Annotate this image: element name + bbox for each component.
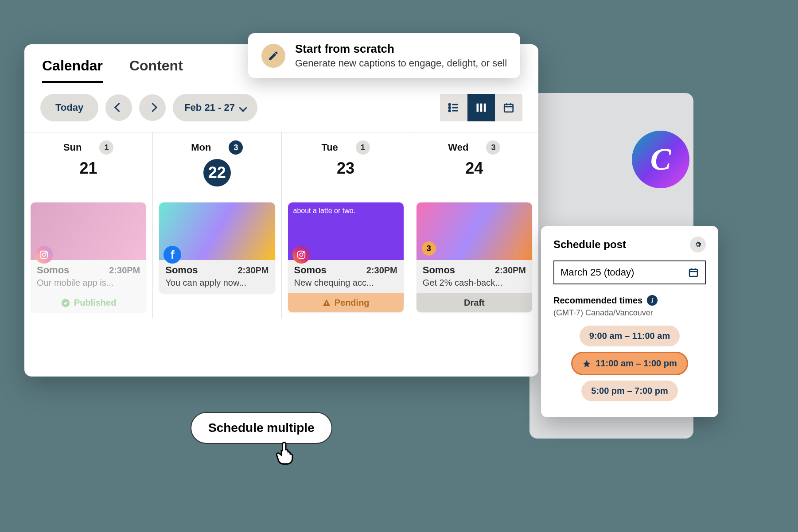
chevron-down-icon (240, 102, 246, 113)
post-count-badge: 3 (422, 241, 436, 256)
instagram-icon (292, 246, 310, 264)
recommended-label: Recommended times (553, 295, 642, 306)
warning-icon (322, 299, 331, 307)
post-thumbnail: f (159, 202, 275, 260)
schedule-post-title: Schedule post (553, 238, 626, 251)
post-account: Somos (294, 264, 327, 276)
svg-rect-22 (689, 269, 697, 276)
post-card-published[interactable]: Somos2:30PM Our mobile app is... Publish… (31, 202, 146, 312)
calendar-icon (688, 267, 699, 278)
post-thumbnail: about a latte or two. (288, 202, 404, 260)
post-text: You can apply now... (165, 278, 269, 288)
day-count-badge: 1 (99, 140, 113, 155)
time-slot-best[interactable]: 11:00 am – 1:00 pm (571, 352, 688, 375)
svg-rect-8 (484, 104, 486, 112)
date-range-button[interactable]: Feb 21 - 27 (173, 94, 257, 121)
day-count-badge: 3 (229, 140, 243, 155)
post-time: 2:30PM (237, 265, 269, 276)
post-thumbnail (31, 202, 146, 260)
date-value: March 25 (today) (561, 267, 634, 278)
time-slot[interactable]: 5:00 pm – 7:00 pm (581, 381, 677, 401)
day-count-badge: 1 (356, 140, 370, 155)
instagram-icon (35, 246, 53, 264)
svg-point-14 (42, 253, 45, 256)
day-name: Sun (63, 142, 82, 153)
post-text: New chequing acc... (294, 278, 397, 288)
svg-rect-9 (504, 104, 513, 112)
tab-content[interactable]: Content (129, 58, 183, 83)
view-columns-button[interactable] (467, 94, 495, 121)
date-range-label: Feb 21 - 27 (184, 102, 235, 113)
day-col-sun[interactable]: Sun1 21 (24, 132, 153, 196)
status-label: Draft (464, 298, 485, 308)
scratch-subtitle: Generate new captions to engage, delight… (295, 58, 507, 69)
svg-point-19 (303, 252, 304, 253)
view-calendar-button[interactable] (495, 94, 522, 121)
day-col-wed[interactable]: Wed3 24 (410, 132, 538, 196)
status-draft: Draft (417, 293, 532, 312)
post-card-draft[interactable]: 3 Somos2:30PM Get 2% cash-back... Draft (417, 202, 532, 312)
post-account: Somos (165, 264, 198, 276)
card-slot: f Somos2:30PM You can apply now... (153, 196, 281, 318)
pointer-cursor-icon (272, 439, 299, 465)
svg-point-4 (449, 110, 451, 112)
post-text: Get 2% cash-back... (423, 278, 526, 288)
post-account: Somos (37, 264, 69, 276)
svg-rect-7 (480, 104, 483, 112)
schedule-multiple-button[interactable]: Schedule multiple (191, 412, 332, 444)
day-headers: Sun1 21 Mon3 22 Tue1 23 Wed3 24 (24, 132, 538, 196)
status-label: Published (74, 298, 117, 308)
post-card[interactable]: f Somos2:30PM You can apply now... (159, 202, 275, 293)
check-icon (61, 298, 70, 308)
day-name: Mon (191, 142, 211, 153)
pencil-icon (261, 44, 285, 68)
post-card-pending[interactable]: about a latte or two. Somos2:30PM New ch… (288, 202, 404, 312)
post-text: Our mobile app is... (37, 278, 140, 288)
day-number: 24 (465, 159, 483, 178)
gear-icon (693, 240, 702, 249)
svg-point-18 (300, 253, 303, 256)
prev-button[interactable] (105, 94, 132, 121)
list-icon (448, 101, 460, 114)
post-image-caption: about a latte or two. (293, 207, 356, 215)
card-slot: about a latte or two. Somos2:30PM New ch… (282, 196, 410, 318)
start-from-scratch-card[interactable]: Start from scratch Generate new captions… (248, 33, 520, 78)
timezone-label: (GMT-7) Canada/Vancouver (553, 308, 706, 318)
calendar-icon (503, 102, 514, 113)
time-slot-label: 11:00 am – 1:00 pm (596, 358, 677, 369)
card-slot: 3 Somos2:30PM Get 2% cash-back... Draft (410, 196, 538, 318)
day-count-badge: 3 (486, 140, 500, 155)
status-label: Pending (335, 298, 370, 308)
date-picker[interactable]: March 25 (today) (553, 260, 706, 284)
view-list-button[interactable] (440, 94, 467, 121)
day-name: Tue (321, 142, 338, 153)
next-button[interactable] (139, 94, 166, 121)
day-number: 23 (337, 159, 354, 178)
svg-rect-21 (326, 304, 327, 305)
post-time: 2:30PM (495, 265, 526, 276)
status-pending: Pending (288, 293, 404, 312)
svg-point-2 (449, 107, 451, 109)
post-time: 2:30PM (109, 265, 140, 276)
svg-rect-6 (477, 104, 479, 112)
time-slot[interactable]: 9:00 am – 11:00 am (580, 326, 680, 346)
view-toggle (440, 94, 522, 121)
today-button[interactable]: Today (40, 94, 98, 121)
scratch-title: Start from scratch (295, 42, 507, 56)
star-icon (582, 359, 591, 368)
chevron-left-icon (116, 102, 122, 113)
tab-calendar[interactable]: Calendar (42, 58, 103, 83)
settings-button[interactable] (690, 237, 706, 252)
facebook-icon: f (163, 246, 181, 264)
svg-point-15 (46, 252, 47, 253)
columns-icon (475, 101, 487, 114)
info-icon[interactable]: i (647, 295, 658, 306)
day-number: 21 (80, 159, 97, 178)
post-time: 2:30PM (366, 265, 397, 276)
post-account: Somos (423, 264, 455, 276)
chevron-right-icon (149, 102, 156, 113)
status-published: Published (31, 293, 146, 312)
day-name: Wed (448, 142, 468, 153)
day-col-mon[interactable]: Mon3 22 (153, 132, 281, 196)
day-col-tue[interactable]: Tue1 23 (282, 132, 410, 196)
